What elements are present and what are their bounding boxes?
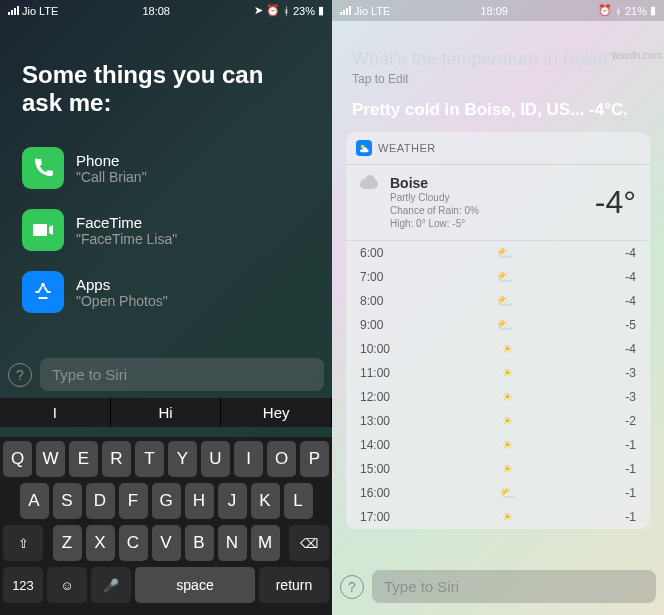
weather-app-icon	[356, 140, 372, 156]
key-x[interactable]: X	[86, 525, 115, 561]
keyboard: QWERTYUIOP ASDFGHJKL ⇧ ZXCVBNM ⌫ 123 ☺ 🎤…	[0, 437, 332, 615]
key-k[interactable]: K	[251, 483, 280, 519]
suggestion-title: Apps	[76, 276, 168, 293]
shift-key[interactable]: ⇧	[3, 525, 43, 561]
phone-icon	[22, 147, 64, 189]
siri-text-input[interactable]: Type to Siri	[40, 358, 324, 391]
hour-label: 14:00	[360, 438, 390, 452]
hour-temp: -3	[625, 366, 636, 380]
key-y[interactable]: Y	[168, 441, 197, 477]
emoji-key[interactable]: ☺	[47, 567, 87, 603]
sun-icon: ☀	[502, 342, 513, 356]
battery-label: 21%	[625, 5, 647, 17]
siri-suggestions-screen: Jio LTE 18:08 ➤ ⏰ ᚼ 23% ▮ Some things yo…	[0, 0, 332, 615]
key-w[interactable]: W	[36, 441, 65, 477]
hour-temp: -4	[625, 342, 636, 356]
bluetooth-icon: ᚼ	[283, 5, 290, 17]
key-i[interactable]: I	[234, 441, 263, 477]
prediction[interactable]: Hey	[221, 398, 332, 427]
key-f[interactable]: F	[119, 483, 148, 519]
key-s[interactable]: S	[53, 483, 82, 519]
location-icon: ➤	[254, 4, 263, 17]
sun-icon: ☀	[502, 390, 513, 404]
hourly-row: 6:00⛅-4	[346, 241, 650, 265]
suggestion-title: FaceTime	[76, 214, 177, 231]
space-key[interactable]: space	[135, 567, 255, 603]
carrier-label: Jio	[354, 5, 368, 17]
hourly-row: 12:00☀-3	[346, 385, 650, 409]
siri-text-input[interactable]: Type to Siri	[372, 570, 656, 603]
rain-label: Chance of Rain: 0%	[390, 204, 479, 217]
hour-label: 13:00	[360, 414, 390, 428]
key-o[interactable]: O	[267, 441, 296, 477]
predictive-bar: I Hi Hey	[0, 398, 332, 427]
weather-card[interactable]: WEATHER Boise Partly Cloudy Chance of Ra…	[346, 132, 650, 529]
hilo-label: High: 0° Low: -5°	[390, 217, 479, 230]
key-q[interactable]: Q	[3, 441, 32, 477]
key-t[interactable]: T	[135, 441, 164, 477]
alarm-icon: ⏰	[598, 4, 612, 17]
key-v[interactable]: V	[152, 525, 181, 561]
key-u[interactable]: U	[201, 441, 230, 477]
facetime-icon	[22, 209, 64, 251]
hourly-row: 17:00☀-1	[346, 505, 650, 529]
hour-label: 16:00	[360, 486, 390, 500]
key-m[interactable]: M	[251, 525, 280, 561]
suggestion-example: "Call Brian"	[76, 169, 147, 185]
key-d[interactable]: D	[86, 483, 115, 519]
tap-to-edit[interactable]: Tap to Edit	[332, 72, 664, 100]
mic-key[interactable]: 🎤	[91, 567, 131, 603]
hourly-row: 10:00☀-4	[346, 337, 650, 361]
partly-cloudy-icon: ⛅	[500, 486, 515, 500]
suggestion-phone[interactable]: Phone "Call Brian"	[0, 137, 332, 199]
key-b[interactable]: B	[185, 525, 214, 561]
key-n[interactable]: N	[218, 525, 247, 561]
hourly-row: 7:00⛅-4	[346, 265, 650, 289]
cloud-icon	[360, 175, 382, 189]
key-l[interactable]: L	[284, 483, 313, 519]
suggestion-apps[interactable]: Apps "Open Photos"	[0, 261, 332, 323]
siri-input-row: ? Type to Siri	[332, 564, 664, 609]
prediction[interactable]: I	[0, 398, 111, 427]
watermark: wsxdn.com	[612, 50, 662, 61]
help-icon[interactable]: ?	[340, 575, 364, 599]
hourly-row: 15:00☀-1	[346, 457, 650, 481]
key-g[interactable]: G	[152, 483, 181, 519]
backspace-key[interactable]: ⌫	[289, 525, 329, 561]
help-icon[interactable]: ?	[8, 363, 32, 387]
key-a[interactable]: A	[20, 483, 49, 519]
hour-label: 11:00	[360, 366, 390, 380]
hour-temp: -4	[625, 270, 636, 284]
partly-cloudy-icon: ⛅	[497, 246, 512, 260]
key-p[interactable]: P	[300, 441, 329, 477]
siri-answer: Pretty cold in Boise, ID, US... -4°C.	[332, 100, 664, 132]
prediction[interactable]: Hi	[111, 398, 222, 427]
condition-label: Partly Cloudy	[390, 191, 479, 204]
user-query[interactable]: What's the temperature in Boise?	[332, 21, 664, 72]
siri-input-row: ? Type to Siri	[0, 352, 332, 397]
hourly-row: 9:00⛅-5	[346, 313, 650, 337]
key-r[interactable]: R	[102, 441, 131, 477]
page-title: Some things you can ask me:	[0, 21, 332, 137]
suggestion-facetime[interactable]: FaceTime "FaceTime Lisa"	[0, 199, 332, 261]
hourly-row: 13:00☀-2	[346, 409, 650, 433]
partly-cloudy-icon: ⛅	[497, 270, 512, 284]
key-j[interactable]: J	[218, 483, 247, 519]
hour-label: 12:00	[360, 390, 390, 404]
signal-icon	[8, 6, 19, 15]
network-label: LTE	[371, 5, 390, 17]
hour-label: 9:00	[360, 318, 383, 332]
hour-temp: -5	[625, 318, 636, 332]
hour-temp: -3	[625, 390, 636, 404]
clock: 18:08	[142, 5, 170, 17]
numbers-key[interactable]: 123	[3, 567, 43, 603]
key-z[interactable]: Z	[53, 525, 82, 561]
partly-cloudy-icon: ⛅	[497, 318, 512, 332]
hour-label: 8:00	[360, 294, 383, 308]
hourly-row: 16:00⛅-1	[346, 481, 650, 505]
return-key[interactable]: return	[259, 567, 329, 603]
key-e[interactable]: E	[69, 441, 98, 477]
key-h[interactable]: H	[185, 483, 214, 519]
key-c[interactable]: C	[119, 525, 148, 561]
hour-temp: -1	[625, 438, 636, 452]
